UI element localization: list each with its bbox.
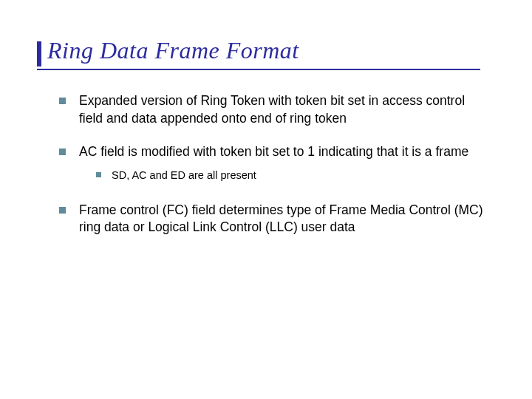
- square-bullet-icon: [59, 98, 66, 104]
- bullet-text: AC field is modified with token bit set …: [79, 143, 468, 161]
- bullet-item: Expanded version of Ring Token with toke…: [59, 92, 488, 127]
- bullet-item: Frame control (FC) field determines type…: [59, 202, 488, 236]
- bullet-item: AC field is modified with token bit set …: [59, 143, 488, 161]
- bullet-text: Frame control (FC) field determines type…: [79, 202, 488, 236]
- content-area: Expanded version of Ring Token with toke…: [37, 92, 495, 236]
- slide-title: Ring Data Frame Format: [37, 37, 495, 64]
- title-accent-bar: [37, 41, 41, 66]
- sub-bullet-text: SD, AC and ED are all present: [112, 168, 256, 183]
- title-wrap: Ring Data Frame Format: [37, 37, 495, 70]
- title-underline: [37, 69, 480, 70]
- bullet-group: AC field is modified with token bit set …: [59, 143, 488, 182]
- bullet-text: Expanded version of Ring Token with toke…: [79, 92, 488, 127]
- sub-bullet-item: SD, AC and ED are all present: [96, 168, 488, 183]
- square-bullet-icon: [59, 207, 66, 214]
- square-bullet-icon: [96, 172, 101, 177]
- slide-container: Ring Data Frame Format Expanded version …: [0, 0, 532, 282]
- square-bullet-icon: [59, 149, 66, 155]
